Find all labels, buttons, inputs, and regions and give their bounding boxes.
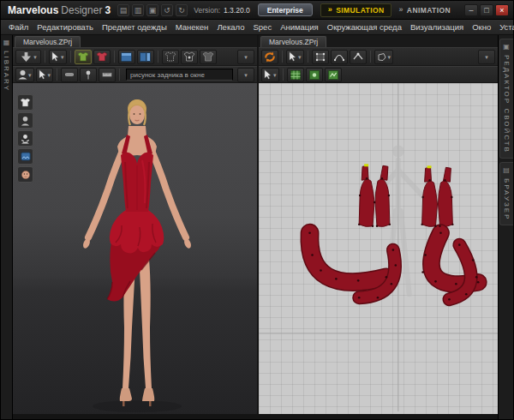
toolbar-2d-row2: ▾ bbox=[259, 66, 498, 83]
viewport-3d[interactable] bbox=[13, 83, 257, 414]
snap-grid-button[interactable] bbox=[306, 68, 323, 82]
screenshot-icon[interactable]: ▣ bbox=[146, 4, 158, 16]
show-3d-window-button[interactable] bbox=[118, 50, 135, 64]
show-grid-button[interactable] bbox=[287, 68, 304, 82]
toolbar-overflow-button-3d[interactable]: ▾ bbox=[237, 50, 254, 64]
dropdown-caret-icon: ▾ bbox=[28, 72, 32, 78]
edit-pattern-button[interactable] bbox=[312, 50, 329, 64]
show-thick-garment-button[interactable] bbox=[75, 50, 92, 64]
menu-garment[interactable]: Предмет одежды bbox=[98, 20, 171, 34]
menu-spec[interactable]: Spec bbox=[248, 20, 276, 34]
titlebar-tools: ▤ ▥ ▣ ↺ ↻ bbox=[117, 4, 188, 16]
garment-layer-button[interactable] bbox=[17, 94, 33, 111]
dropdown-caret-icon: ▾ bbox=[244, 72, 248, 78]
menu-edit[interactable]: Редактировать bbox=[33, 20, 98, 34]
texture-tool-button[interactable]: ▾ bbox=[261, 68, 279, 82]
doc-tab-2d[interactable]: Marvelous.ZPrj bbox=[260, 36, 326, 47]
select-avatar-tool[interactable]: ▾ bbox=[36, 68, 54, 82]
logo-version: 3 bbox=[105, 4, 111, 16]
sync-button[interactable] bbox=[261, 50, 278, 64]
show-pins-button[interactable] bbox=[181, 50, 198, 64]
license-badge[interactable]: Enterprise bbox=[258, 3, 313, 16]
dropdown-caret-icon: ▾ bbox=[388, 54, 391, 60]
select-tool-2d[interactable]: ▾ bbox=[286, 50, 304, 64]
draw-polygon-button[interactable]: ▾ bbox=[374, 50, 394, 64]
minimize-button[interactable]: – bbox=[464, 4, 478, 16]
redo-icon[interactable]: ↻ bbox=[176, 4, 188, 16]
strain-shirt-icon bbox=[202, 51, 214, 62]
menu-avatar[interactable]: Манекен bbox=[171, 20, 213, 34]
edit-curve-button[interactable] bbox=[331, 50, 348, 64]
dropdown-caret-icon: ▾ bbox=[48, 72, 51, 78]
property-editor-tab[interactable]: ▣ РЕДАКТОР СВОЙСТВ bbox=[499, 39, 513, 159]
panels-icon[interactable]: ▥ bbox=[132, 4, 144, 16]
undo-icon[interactable]: ↺ bbox=[161, 4, 173, 16]
menu-pattern[interactable]: Лекало bbox=[212, 20, 248, 34]
tab-simulation-label: SIMULATION bbox=[336, 6, 384, 15]
add-point-icon bbox=[353, 52, 363, 62]
doc-tab-3d[interactable]: Marvelous.ZPrj bbox=[15, 36, 81, 47]
tape-measure-icon bbox=[64, 70, 75, 79]
menu-animation[interactable]: Анимация bbox=[276, 20, 323, 34]
toolbar-divider bbox=[308, 51, 308, 63]
green-grid-icon bbox=[290, 70, 301, 80]
pin-tool-button[interactable] bbox=[80, 68, 97, 82]
main-area: ▦ LIBRARY Marvelous.ZPrj ▾ ▾ bbox=[1, 35, 513, 419]
avatar-layer-button[interactable] bbox=[17, 112, 33, 129]
menu-render[interactable]: Визуализация bbox=[406, 20, 468, 34]
pattern-canvas bbox=[259, 83, 498, 411]
dropdown-caret-icon: ▾ bbox=[33, 54, 37, 60]
field-dropdown-button[interactable]: ▾ bbox=[237, 68, 254, 82]
face-layer-button[interactable] bbox=[17, 166, 33, 183]
close-button[interactable]: × bbox=[495, 4, 509, 16]
select-tool-3d[interactable]: ▾ bbox=[49, 50, 67, 64]
green-shirt-icon bbox=[77, 51, 89, 62]
show-multi-window-button[interactable] bbox=[137, 50, 154, 64]
viewport-2d[interactable] bbox=[259, 83, 498, 414]
tab-animation[interactable]: » ANIMATION bbox=[391, 3, 457, 17]
tape-tool-button[interactable] bbox=[61, 68, 78, 82]
titlebar: Marvelous Designer 3 ▤ ▥ ▣ ↺ ↻ Version: … bbox=[1, 1, 513, 20]
browser-tab[interactable]: ▤ БРАУЗЕР bbox=[499, 162, 513, 225]
show-strain-button[interactable] bbox=[200, 50, 217, 64]
toolbar-overflow-button-2d[interactable]: ▾ bbox=[478, 50, 495, 64]
toolbar-divider bbox=[370, 51, 371, 63]
cursor-icon bbox=[264, 69, 272, 80]
polygon-icon bbox=[377, 52, 387, 62]
maximize-button[interactable]: □ bbox=[480, 4, 493, 16]
tab-simulation[interactable]: » SIMULATION bbox=[320, 3, 392, 17]
add-point-button[interactable] bbox=[350, 50, 367, 64]
fabric-layer-button[interactable] bbox=[17, 148, 33, 165]
layout-icon[interactable]: ▤ bbox=[117, 4, 129, 16]
toolbar-3d-row1: ▾ ▾ bbox=[13, 47, 257, 66]
version-label: Version: bbox=[194, 6, 220, 15]
show-seams-button[interactable] bbox=[162, 50, 179, 64]
sync-icon bbox=[264, 51, 276, 63]
browser-label: БРАУЗЕР bbox=[503, 178, 511, 220]
face-icon bbox=[21, 170, 31, 180]
show-pattern-info-button[interactable] bbox=[325, 68, 342, 82]
library-icon[interactable]: ▦ bbox=[3, 39, 10, 46]
menu-file[interactable]: Файл bbox=[4, 20, 33, 34]
background-image-field[interactable]: рисунок задника в окне bbox=[126, 69, 233, 81]
app-window: Marvelous Designer 3 ▤ ▥ ▣ ↺ ↻ Version: … bbox=[0, 0, 514, 420]
show-garment-button[interactable] bbox=[93, 50, 111, 64]
pose-layer-button[interactable] bbox=[17, 130, 33, 147]
menu-window[interactable]: Окно bbox=[468, 20, 495, 34]
blue-fabric-icon bbox=[21, 152, 31, 161]
avatar-menu-button[interactable]: ▾ bbox=[15, 68, 34, 82]
avatar-3d-model bbox=[13, 83, 257, 414]
blue-panels-icon bbox=[140, 52, 151, 62]
tabrow-3d: Marvelous.ZPrj bbox=[13, 35, 257, 47]
measure-tool-button[interactable] bbox=[99, 68, 116, 82]
avatar-head-icon bbox=[18, 69, 27, 80]
simulate-button[interactable]: ▾ bbox=[15, 50, 41, 64]
menu-settings[interactable]: Установка bbox=[495, 20, 514, 34]
library-tab[interactable]: LIBRARY bbox=[3, 51, 10, 92]
white-shirt-icon bbox=[20, 98, 31, 107]
toolbar-divider bbox=[57, 69, 57, 81]
overflow-caret-icon: ▾ bbox=[485, 54, 488, 60]
dropdown-caret-icon: ▾ bbox=[298, 54, 302, 60]
overflow-caret-icon: ▾ bbox=[244, 54, 248, 60]
menu-environment[interactable]: Окружающая среда bbox=[323, 20, 406, 34]
